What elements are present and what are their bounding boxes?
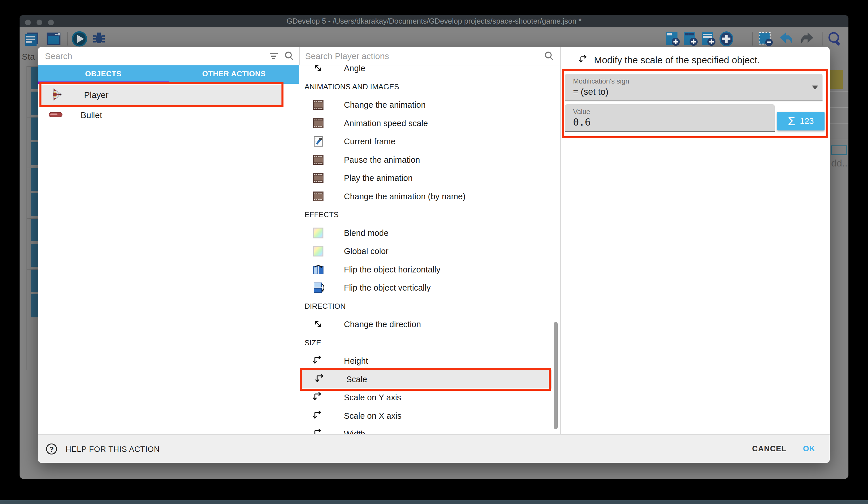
action-label: Change the direction <box>344 320 421 329</box>
action-label: Scale <box>346 374 367 384</box>
screenshot-root: GDevelop 5 - /Users/dkarakay/Documents/G… <box>0 0 868 504</box>
add-event-icon[interactable] <box>665 31 681 47</box>
add-subevent-icon[interactable] <box>683 31 699 47</box>
undo-icon[interactable] <box>778 31 794 47</box>
objects-search-row <box>38 47 299 65</box>
cancel-button[interactable]: CANCEL <box>752 444 787 453</box>
action-row[interactable]: Scale on X axis <box>299 407 552 425</box>
value-input[interactable]: Value 0.6 <box>565 104 775 132</box>
action-label: Change the animation (by name) <box>344 192 465 201</box>
column-divider <box>560 47 561 434</box>
action-row[interactable]: Global color <box>299 242 552 260</box>
chevron-down-icon[interactable] <box>812 85 818 90</box>
toolbar-divider <box>822 32 823 46</box>
action-row[interactable]: Change the direction <box>299 315 552 333</box>
object-row[interactable]: Bullet <box>38 105 299 125</box>
events-cell-border <box>27 269 38 270</box>
events-condition-block <box>31 244 38 267</box>
action-row[interactable]: Blend mode <box>299 224 552 242</box>
filter-icon[interactable] <box>268 50 280 62</box>
expression-editor-button[interactable]: Σ 123 <box>777 112 825 130</box>
events-row-divider <box>830 123 848 123</box>
sigma-icon: Σ <box>788 115 795 127</box>
events-condition-block <box>31 66 38 89</box>
add-circle-icon[interactable] <box>719 31 734 47</box>
objects-search-input[interactable] <box>45 49 258 63</box>
scrollbar-thumb[interactable] <box>554 322 558 429</box>
toolbar-divider <box>67 32 68 46</box>
frame-icon <box>312 135 324 148</box>
tab-objects[interactable]: OBJECTS <box>38 65 169 84</box>
film-icon <box>312 154 324 166</box>
events-condition-block <box>31 218 38 241</box>
action-label: Play the animation <box>344 173 413 183</box>
scene-window-icon[interactable] <box>45 31 62 47</box>
action-row[interactable]: Height <box>299 352 552 370</box>
events-row-divider <box>830 139 848 139</box>
modification-sign-select[interactable]: Modification's sign = (set to) <box>565 74 823 101</box>
section-header: DIRECTION <box>304 297 552 315</box>
action-editor-dialog: OBJECTS OTHER ACTIONS PlayerBullet Angle… <box>38 47 830 463</box>
action-row[interactable]: Pause the animation <box>299 151 552 169</box>
rainbow-icon <box>312 245 324 257</box>
actions-list: AngleANIMATIONS AND IMAGESChange the ani… <box>299 65 560 434</box>
tab-other-actions[interactable]: OTHER ACTIONS <box>169 65 299 84</box>
help-icon[interactable]: ? <box>46 444 57 454</box>
flip-v-icon <box>312 282 324 294</box>
action-row[interactable]: Change the animation (by name) <box>299 187 552 205</box>
action-label: Blend mode <box>344 228 389 238</box>
field-value: = (set to) <box>573 87 608 97</box>
actions-search-input[interactable] <box>305 49 529 63</box>
corner-arrow-icon <box>312 410 324 422</box>
action-row[interactable]: Animation speed scale <box>299 114 552 132</box>
action-row[interactable]: Scale on Y axis <box>299 388 552 407</box>
diagonal-arrow-icon <box>312 318 324 330</box>
project-manager-icon[interactable] <box>24 31 40 47</box>
search-icon[interactable] <box>543 50 555 62</box>
corner-arrow-icon <box>314 373 327 385</box>
search-toolbar-icon[interactable] <box>827 31 843 47</box>
object-label: Player <box>84 90 108 100</box>
action-row[interactable]: Current frame <box>299 132 552 151</box>
action-label: Width <box>344 430 365 434</box>
action-label: Scale on Y axis <box>344 393 401 402</box>
toolbar-divider <box>752 32 753 46</box>
action-row[interactable]: Scale <box>302 370 552 389</box>
action-label: Angle <box>344 65 365 73</box>
corner-arrow-icon <box>312 355 324 367</box>
action-row[interactable]: Width <box>299 425 552 434</box>
action-label: Animation speed scale <box>344 118 428 128</box>
film-icon <box>312 117 324 129</box>
dialog-footer: ? HELP FOR THIS ACTION CANCEL OK <box>38 434 830 463</box>
events-cell-border <box>27 117 38 118</box>
action-label: Flip the object horizontally <box>344 265 440 274</box>
action-row[interactable]: Flip the object vertically <box>299 279 552 297</box>
play-icon[interactable] <box>71 31 87 47</box>
events-condition-block <box>31 92 38 115</box>
background-panel-label: Sta <box>22 52 35 62</box>
help-button[interactable]: HELP FOR THIS ACTION <box>66 445 160 454</box>
action-label: Height <box>344 356 368 366</box>
events-row-divider <box>830 91 848 92</box>
desktop-strip <box>0 500 868 504</box>
film-icon <box>312 99 324 111</box>
section-header: SIZE <box>304 333 552 352</box>
remove-selection-icon[interactable] <box>757 31 774 47</box>
action-label: Current frame <box>344 137 395 146</box>
action-row[interactable]: Change the animation <box>299 95 552 114</box>
ok-button[interactable]: OK <box>803 444 815 453</box>
redo-icon[interactable] <box>799 31 816 47</box>
film-icon <box>312 172 324 184</box>
action-row[interactable]: Flip the object horizontally <box>299 260 552 279</box>
search-icon[interactable] <box>283 50 295 62</box>
tab-selected-indicator <box>38 81 169 84</box>
debug-icon[interactable] <box>91 31 107 47</box>
bullet-icon <box>48 112 63 119</box>
action-row[interactable]: Play the animation <box>299 169 552 187</box>
events-add-label: dd... <box>831 158 848 169</box>
action-row[interactable]: Angle <box>299 65 552 78</box>
object-row[interactable]: Player <box>41 85 283 105</box>
action-label: Scale on X axis <box>344 411 402 421</box>
add-comment-icon[interactable] <box>701 31 717 47</box>
player-ship-icon <box>52 88 63 102</box>
